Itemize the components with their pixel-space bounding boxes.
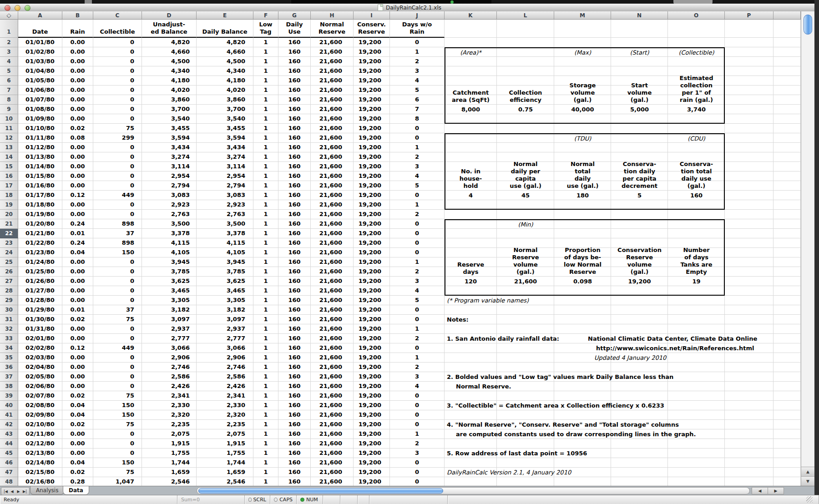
cell-Q5[interactable] [774, 66, 801, 76]
cell-E25[interactable]: 3,945 [197, 257, 253, 267]
cell-J29[interactable]: 5 [390, 296, 445, 305]
cell-Q44[interactable] [774, 439, 801, 449]
cell-A2[interactable]: 01/01/80 [18, 38, 62, 47]
cell-B21[interactable]: 0.24 [62, 219, 93, 229]
cell-Q7[interactable] [774, 86, 801, 95]
cell-G9[interactable]: 160 [278, 105, 311, 114]
cell-B25[interactable]: 0.00 [62, 257, 93, 267]
cell-Q31[interactable] [774, 315, 801, 324]
cell-J35[interactable]: 1 [390, 353, 445, 363]
note-n1_url[interactable]: http://www.swiconics.net/Rain/References… [596, 343, 801, 353]
cell-H21[interactable]: 21,600 [311, 219, 354, 229]
cell-G8[interactable]: 160 [278, 95, 311, 105]
cell-Q29[interactable] [774, 296, 801, 305]
cell-A40[interactable]: 02/08/80 [18, 401, 62, 410]
cell-F15[interactable]: 1 [253, 162, 278, 171]
reserve-results-header-0[interactable]: Reservedays [445, 229, 497, 277]
cell-P23[interactable] [725, 238, 774, 248]
row-header-46[interactable]: 46 [0, 458, 18, 468]
cell-C3[interactable]: 0 [93, 47, 142, 57]
cell-A6[interactable]: 01/05/80 [18, 76, 62, 86]
cell-I46[interactable]: 19,200 [354, 458, 390, 468]
household-usage-header-2[interactable]: Normaltotaldailyuse (gal.) [554, 143, 611, 191]
cell-E7[interactable]: 4,020 [197, 86, 253, 95]
row-header-2[interactable]: 2 [0, 38, 18, 47]
cell-H30[interactable]: 21,600 [311, 305, 354, 315]
cell-G32[interactable]: 160 [278, 324, 311, 334]
col-header-I[interactable]: I [354, 11, 390, 20]
vertical-scrollbar[interactable]: ▲ ▼ [801, 11, 814, 486]
cell-P46[interactable] [725, 458, 774, 468]
cell-C36[interactable]: 0 [93, 363, 142, 372]
cell-D9[interactable]: 3,700 [142, 105, 197, 114]
cell-M20[interactable] [554, 210, 611, 219]
cell-D28[interactable]: 3,465 [142, 286, 197, 296]
cell-D2[interactable]: 4,820 [142, 38, 197, 47]
cell-A10[interactable]: 01/09/80 [18, 114, 62, 124]
horizontal-scrollbar-thumb[interactable] [198, 488, 443, 494]
cell-A13[interactable]: 01/12/80 [18, 143, 62, 152]
cell-Q26[interactable] [774, 267, 801, 277]
cell-C14[interactable]: 0 [93, 152, 142, 162]
cell-J12[interactable]: 0 [390, 133, 445, 143]
empty-header-cell[interactable] [725, 20, 774, 38]
cell-G42[interactable]: 160 [278, 420, 311, 429]
cell-D39[interactable]: 2,341 [142, 391, 197, 401]
cell-E36[interactable]: 2,746 [197, 363, 253, 372]
cell-P10[interactable] [725, 114, 774, 124]
cell-F40[interactable]: 1 [253, 401, 278, 410]
cell-E28[interactable]: 3,465 [197, 286, 253, 296]
cell-C48[interactable]: 1,047 [93, 477, 142, 486]
col-header-L[interactable]: L [497, 11, 554, 20]
reserve-results-value-0[interactable]: 120 [445, 277, 497, 286]
cell-H35[interactable]: 21,600 [311, 353, 354, 363]
cell-F20[interactable]: 1 [253, 210, 278, 219]
catchment-parameters-tag-0[interactable]: (Area)* [445, 48, 497, 57]
note-n2b[interactable]: Normal Reserve. [456, 382, 774, 391]
cell-I36[interactable]: 19,200 [354, 363, 390, 372]
worksheet-grid[interactable]: ◇ABCDEFGHIJKLMNOP1DateRainCollectibleUna… [0, 11, 801, 486]
row-header-21[interactable]: 21 [0, 219, 18, 229]
cell-G4[interactable]: 160 [278, 57, 311, 66]
cell-L11[interactable] [497, 124, 554, 133]
cell-P5[interactable] [725, 66, 774, 76]
cell-B9[interactable]: 0.00 [62, 105, 93, 114]
cell-F35[interactable]: 1 [253, 353, 278, 363]
row-header-44[interactable]: 44 [0, 439, 18, 449]
cell-H6[interactable]: 21,600 [311, 76, 354, 86]
cell-J7[interactable]: 5 [390, 86, 445, 95]
cell-G12[interactable]: 160 [278, 133, 311, 143]
cell-I47[interactable]: 19,200 [354, 468, 390, 477]
select-all-corner[interactable]: ◇ [0, 11, 18, 20]
cell-A11[interactable]: 01/10/80 [18, 124, 62, 133]
note-title[interactable]: Notes: [447, 315, 765, 324]
horizontal-scrollbar[interactable] [197, 487, 750, 494]
cell-N2[interactable] [611, 38, 668, 47]
cell-H25[interactable]: 21,600 [311, 257, 354, 267]
cell-H47[interactable]: 21,600 [311, 468, 354, 477]
cell-B45[interactable]: 0.00 [62, 449, 93, 458]
row-header-33[interactable]: 33 [0, 334, 18, 343]
cell-Q13[interactable] [774, 143, 801, 152]
cell-E34[interactable]: 3,066 [197, 343, 253, 353]
cell-E10[interactable]: 3,540 [197, 114, 253, 124]
cell-P32[interactable] [725, 324, 774, 334]
col-header-B[interactable]: B [62, 11, 93, 20]
row-header-15[interactable]: 15 [0, 162, 18, 171]
col-header-O[interactable]: O [668, 11, 725, 20]
cell-C16[interactable]: 0 [93, 171, 142, 181]
cell-Q14[interactable] [774, 152, 801, 162]
cell-G46[interactable]: 160 [278, 458, 311, 468]
cell-E11[interactable]: 3,455 [197, 124, 253, 133]
cell-A16[interactable]: 01/15/80 [18, 171, 62, 181]
cell-D24[interactable]: 4,105 [142, 248, 197, 257]
cell-I32[interactable]: 19,200 [354, 324, 390, 334]
cell-C4[interactable]: 0 [93, 57, 142, 66]
cell-K20[interactable] [445, 210, 497, 219]
cell-I2[interactable]: 19,200 [354, 38, 390, 47]
cell-I12[interactable]: 19,200 [354, 133, 390, 143]
tab-analysis[interactable]: Analysis [30, 486, 64, 495]
cell-E42[interactable]: 2,235 [197, 420, 253, 429]
cell-J3[interactable]: 1 [390, 47, 445, 57]
cell-F39[interactable]: 1 [253, 391, 278, 401]
